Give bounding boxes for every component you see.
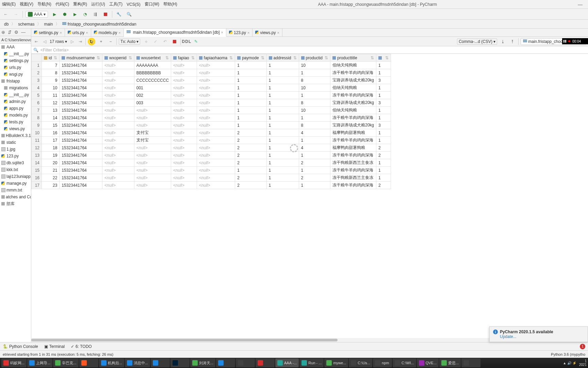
cell[interactable]: <null> [197, 92, 235, 99]
tree-node[interactable]: models.py [0, 112, 31, 119]
cell[interactable]: 4 [299, 129, 330, 137]
table-row[interactable]: 101615323441764<null>支付宝<null><null>214福… [32, 129, 391, 137]
cell[interactable]: <null> [197, 107, 235, 114]
menu-run[interactable]: 运行(U) [91, 1, 105, 7]
cell[interactable]: <null> [197, 129, 235, 137]
project-add-icon[interactable]: ⊕ [1, 30, 5, 35]
tree-node[interactable]: laji123uniapp.zip [0, 173, 31, 180]
table-row[interactable]: 142015323441764<null><null><null><null>2… [32, 159, 391, 167]
cell[interactable]: <null> [171, 144, 197, 152]
table-row[interactable]: 131915323441764<null><null><null><null>2… [32, 152, 391, 159]
cell[interactable]: <null> [134, 107, 171, 114]
editor-tab[interactable]: settings.py× [31, 29, 65, 36]
close-icon[interactable]: × [86, 31, 88, 35]
table-row[interactable]: 81415323441764<null><null><null><null>11… [32, 114, 391, 122]
cell[interactable]: <null> [134, 144, 171, 152]
data-table[interactable]: id⇅msdnusername⇅wxopenid⇅wxusertext⇅fapi… [31, 54, 588, 338]
cell[interactable]: 3 [376, 99, 391, 107]
tree-node[interactable]: AAA [0, 44, 31, 50]
filter-input[interactable]: <Filter Criteria> [40, 48, 69, 52]
table-row[interactable]: 121815323441764<null><null><null><null>2… [32, 144, 391, 152]
cell[interactable]: 15323441764 [60, 99, 102, 107]
cell[interactable]: <null> [102, 99, 134, 107]
taskbar-item[interactable] [170, 358, 190, 367]
cell[interactable]: <null> [171, 92, 197, 99]
cell[interactable]: <null> [197, 77, 235, 84]
cell[interactable]: 2 [235, 174, 266, 182]
cell[interactable]: 伯纳天纯狗粮 [330, 62, 376, 69]
bc-table[interactable]: fristapp_choongwuasdfmsdnh5dindan [61, 21, 137, 27]
table-row[interactable]: 172315323441764<null><null><null><null>2… [32, 182, 391, 189]
cell[interactable]: 伯纳天纯狗粮 [330, 84, 376, 92]
menu-refactor[interactable]: 重构(R) [73, 1, 87, 7]
cell[interactable]: 15323441764 [60, 174, 102, 182]
taskbar-item[interactable]: 消息中... [125, 358, 150, 367]
taskbar-item[interactable] [461, 358, 480, 367]
cell[interactable]: <null> [102, 77, 134, 84]
cell[interactable]: 003 [134, 99, 171, 107]
taskbar-item[interactable] [236, 358, 255, 367]
python-console-tab[interactable]: 🐍 Python Console [3, 344, 38, 349]
bc-db[interactable]: db [3, 21, 10, 27]
cell[interactable]: 伯纳天纯狗粮 [330, 107, 376, 114]
cell[interactable]: 1 [235, 84, 266, 92]
cell[interactable]: <null> [197, 182, 235, 189]
cell[interactable]: 15323441764 [60, 137, 102, 144]
nav-back-icon[interactable]: ← [2, 11, 10, 18]
cell[interactable]: <null> [102, 84, 134, 92]
stop-icon[interactable] [102, 11, 109, 18]
filter-row[interactable]: 🔍 <Filter Criteria> [31, 46, 588, 54]
table-row[interactable]: 91515323441764<null><null><null><null>11… [32, 122, 391, 129]
column-header[interactable]: msdnusername⇅ [60, 54, 102, 62]
cell[interactable]: 15323441764 [60, 144, 102, 152]
cell[interactable]: <null> [134, 167, 171, 174]
cell[interactable]: 1 [266, 182, 299, 189]
cell[interactable]: 1 [266, 167, 299, 174]
cell[interactable]: <null> [134, 174, 171, 182]
cell[interactable]: <null> [102, 174, 134, 182]
cell[interactable]: 19 [42, 152, 60, 159]
row-number[interactable]: 17 [32, 182, 42, 189]
cell[interactable]: 冻干粮牛羊肉鸡肉深海 [330, 69, 376, 77]
cell[interactable]: 支付宝 [134, 137, 171, 144]
table-row[interactable]: 41015323441764<null>001<null><null>1110伯… [32, 84, 391, 92]
column-header[interactable]: productid⇅ [299, 54, 330, 62]
cell[interactable]: 15323441764 [60, 84, 102, 92]
cell[interactable]: <null> [102, 92, 134, 99]
taskbar-item[interactable]: QVE... [417, 358, 439, 367]
cell[interactable]: <null> [197, 152, 235, 159]
run-coverage-icon[interactable]: ▶ [71, 11, 79, 18]
tree-node[interactable]: apps.py [0, 105, 31, 112]
cell[interactable]: <null> [197, 122, 235, 129]
taskbar-item[interactable]: 爱思... [439, 358, 461, 367]
row-number[interactable]: 16 [32, 174, 42, 182]
table-row[interactable]: 71315323441764<null><null><null><null>11… [32, 107, 391, 114]
cell[interactable]: 1 [266, 99, 299, 107]
close-icon[interactable]: × [247, 31, 249, 35]
row-number[interactable]: 1 [32, 62, 42, 69]
project-collapse-icon[interactable]: — [21, 30, 26, 35]
tree-node[interactable]: 部库 [0, 200, 31, 207]
menu-edit[interactable]: 编辑(E) [2, 1, 16, 7]
sort-icon[interactable]: ⇅ [54, 56, 57, 60]
cell[interactable]: <null> [171, 62, 197, 69]
tree-node[interactable]: urls.py [0, 64, 31, 71]
cell[interactable]: CCCCCCCCCCC [134, 77, 171, 84]
cell[interactable]: <null> [171, 174, 197, 182]
debug-icon[interactable]: ⬢ [61, 11, 68, 18]
tree-node[interactable]: static [0, 139, 31, 146]
cell[interactable]: 1 [376, 69, 391, 77]
cell[interactable]: 2 [299, 174, 330, 182]
cell[interactable]: <null> [171, 129, 197, 137]
cell[interactable]: 1 [299, 114, 330, 122]
cell[interactable]: <null> [102, 107, 134, 114]
taskbar-item[interactable]: Run - ... [299, 358, 324, 367]
cell[interactable]: 福摩鸭肉甜薯狗粮 [330, 144, 376, 152]
column-header[interactable]: fapiao⇅ [171, 54, 197, 62]
export-format-selector[interactable]: Comma-...d (CSV) ▾ [457, 39, 497, 45]
row-number[interactable]: 6 [32, 99, 42, 107]
tree-node[interactable]: 123.py [0, 153, 31, 159]
cell[interactable]: 冻干粮牛羊肉鸡肉深海 [330, 114, 376, 122]
cell[interactable]: 15323441764 [60, 92, 102, 99]
cell[interactable]: 15323441764 [60, 114, 102, 122]
